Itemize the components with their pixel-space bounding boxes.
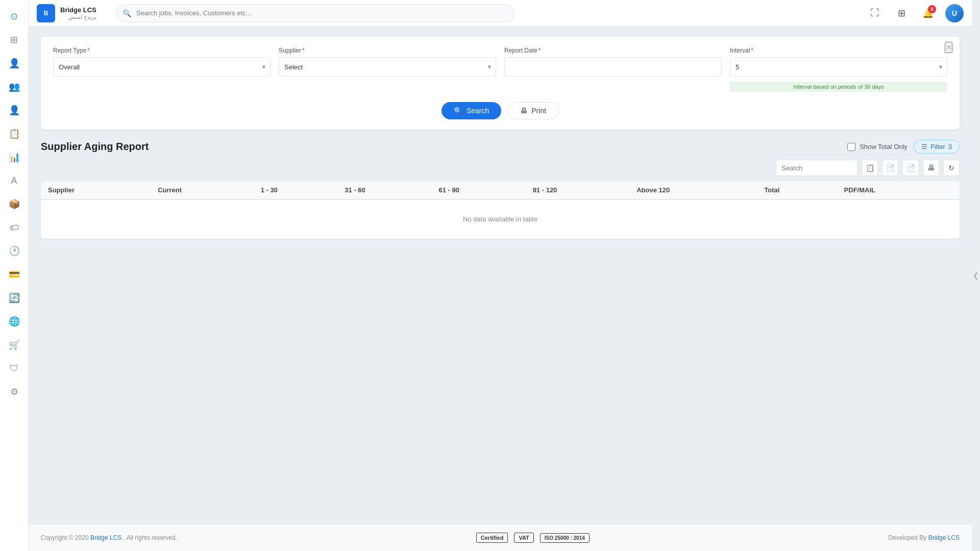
filter-icon: ☰ <box>921 143 927 151</box>
print-icon: 🖶 <box>520 107 527 115</box>
col-total: Total <box>757 181 837 199</box>
sidebar-item-chart[interactable]: 📊 <box>4 147 24 167</box>
sidebar-item-group[interactable]: 👥 <box>4 77 24 97</box>
brand-logo-text: B <box>44 10 48 17</box>
report-section: Supplier Aging Report Show Total Only ☰ … <box>41 140 960 239</box>
close-filter-button[interactable]: × <box>945 42 952 53</box>
excel-button[interactable]: 📄 <box>882 160 898 176</box>
search-icon: 🔍 <box>454 107 462 115</box>
report-header: Supplier Aging Report Show Total Only ☰ … <box>41 140 960 154</box>
interval-note: Interval based on periods of 30 days <box>730 82 947 92</box>
sidebar-item-person[interactable]: 👤 <box>4 53 24 73</box>
sidebar-item-tag[interactable]: 🏷 <box>4 217 24 238</box>
notification-badge: 2 <box>928 5 936 13</box>
show-total-toggle[interactable]: Show Total Only <box>847 143 908 151</box>
footer-left: Copyright © 2020 Bridge LCS . All rights… <box>41 534 177 541</box>
sidebar-item-home[interactable]: ⊙ <box>4 6 24 27</box>
report-type-label: Report Type* <box>53 47 271 54</box>
col-current: Current <box>151 181 254 199</box>
sidebar-item-card[interactable]: 💳 <box>4 264 24 285</box>
sidebar-item-globe[interactable]: 🌐 <box>4 311 24 332</box>
table-toolbar: 📋 📄 📄 🖶 ↻ <box>41 160 960 176</box>
sidebar-item-font[interactable]: A <box>4 170 24 191</box>
interval-select[interactable]: 1 2 3 4 5 6 <box>730 57 947 77</box>
chart-icon: 📊 <box>9 152 20 163</box>
brand-text: Bridge LCS بريدج لسس <box>60 6 96 20</box>
global-search: 🔍 <box>116 4 514 22</box>
pdf-button[interactable]: 📄 <box>902 160 919 176</box>
user-avatar[interactable]: U <box>945 4 964 22</box>
tag-icon: 🏷 <box>10 222 19 233</box>
brand-logo: B <box>37 4 55 22</box>
person-icon: 👤 <box>9 58 20 69</box>
print-table-button[interactable]: 🖶 <box>923 160 939 176</box>
supplier-select[interactable]: Select <box>279 57 496 77</box>
show-total-checkbox[interactable] <box>847 143 855 151</box>
footer-dev-link[interactable]: Bridge LCS <box>928 534 960 541</box>
reload-button[interactable]: ↻ <box>943 160 960 176</box>
no-data-message: No data available in table <box>41 199 960 239</box>
footer-developed-by: Developed By <box>889 534 928 541</box>
copy-button[interactable]: 📋 <box>862 160 878 176</box>
brand-name: Bridge LCS <box>60 6 96 14</box>
footer-right: Developed By Bridge LCS <box>889 534 960 541</box>
topnav: B Bridge LCS بريدج لسس 🔍 ⛶ ⊞ 🔔 2 U <box>29 0 972 27</box>
report-date-input[interactable]: 30-09-2020 <box>504 57 722 77</box>
supplier-select-wrapper: Select <box>279 57 496 77</box>
sidebar-item-refresh[interactable]: 🔄 <box>4 288 24 308</box>
footer-rights: . All rights reserved. <box>124 534 177 541</box>
report-header-right: Show Total Only ☰ Filter 3 <box>847 140 960 154</box>
home-icon: ⊙ <box>10 11 18 22</box>
clock-icon: 🕐 <box>9 245 20 257</box>
report-title: Supplier Aging Report <box>41 141 149 153</box>
table-search-input[interactable] <box>776 160 857 176</box>
sidebar-item-person-add[interactable]: 👤 <box>4 100 24 120</box>
sidebar-item-gear[interactable]: ⚙ <box>4 382 24 402</box>
col-above-120: Above 120 <box>629 181 757 199</box>
box-icon: 📦 <box>9 198 20 210</box>
no-data-row: No data available in table <box>41 199 960 239</box>
excel-icon: 📄 <box>886 164 895 172</box>
col-supplier: Supplier <box>41 181 151 199</box>
table-header-row: Supplier Current 1 - 30 31 - 60 61 - 90 … <box>41 181 960 199</box>
filter-card: × Report Type* Overall Detail <box>41 37 960 130</box>
card-icon: 💳 <box>9 269 20 280</box>
global-search-input[interactable] <box>116 4 514 22</box>
col-pdf-mail: PDF/MAIL <box>837 181 960 199</box>
col-31-60: 31 - 60 <box>337 181 431 199</box>
sidebar-item-clock[interactable]: 🕐 <box>4 241 24 261</box>
report-type-field: Report Type* Overall Detail <box>53 47 271 77</box>
shield-icon: 🛡 <box>10 363 19 374</box>
interval-select-wrapper: 1 2 3 4 5 6 <box>730 57 947 77</box>
notification-button[interactable]: 🔔 2 <box>919 4 937 22</box>
footer-center: Certified VAT ISO 25000 : 2014 <box>476 533 590 543</box>
reload-icon: ↻ <box>948 164 954 172</box>
content: × Report Type* Overall Detail <box>29 27 972 524</box>
cart-icon: 🛒 <box>9 339 20 350</box>
right-collapse-handle[interactable]: ❮ <box>972 0 980 551</box>
col-1-30: 1 - 30 <box>254 181 338 199</box>
clipboard-icon: 📋 <box>9 128 20 139</box>
interval-label: Interval* <box>730 47 947 54</box>
col-61-90: 61 - 90 <box>432 181 526 199</box>
search-button[interactable]: 🔍 Search <box>442 102 501 119</box>
report-date-label: Report Date* <box>504 47 722 54</box>
fullscreen-button[interactable]: ⛶ <box>866 4 884 22</box>
person-add-icon: 👤 <box>9 105 20 116</box>
sidebar-item-cart[interactable]: 🛒 <box>4 335 24 355</box>
sidebar-item-clipboard[interactable]: 📋 <box>4 123 24 144</box>
refresh-icon: 🔄 <box>9 292 20 304</box>
print-table-icon: 🖶 <box>927 164 935 172</box>
report-type-select[interactable]: Overall Detail <box>53 57 271 77</box>
sidebar-item-box[interactable]: 📦 <box>4 194 24 214</box>
filter-button[interactable]: ☰ Filter 3 <box>914 140 960 154</box>
col-91-120: 91 - 120 <box>526 181 630 199</box>
report-type-select-wrapper: Overall Detail <box>53 57 271 77</box>
print-button[interactable]: 🖶 Print <box>507 102 559 119</box>
fullscreen-icon: ⛶ <box>870 8 879 18</box>
sidebar-item-dashboard[interactable]: ⊞ <box>4 30 24 50</box>
footer-company-link[interactable]: Bridge LCS <box>90 534 121 541</box>
grid-button[interactable]: ⊞ <box>892 4 911 22</box>
data-table: Supplier Current 1 - 30 31 - 60 61 - 90 … <box>41 181 960 239</box>
sidebar-item-shield[interactable]: 🛡 <box>4 358 24 379</box>
